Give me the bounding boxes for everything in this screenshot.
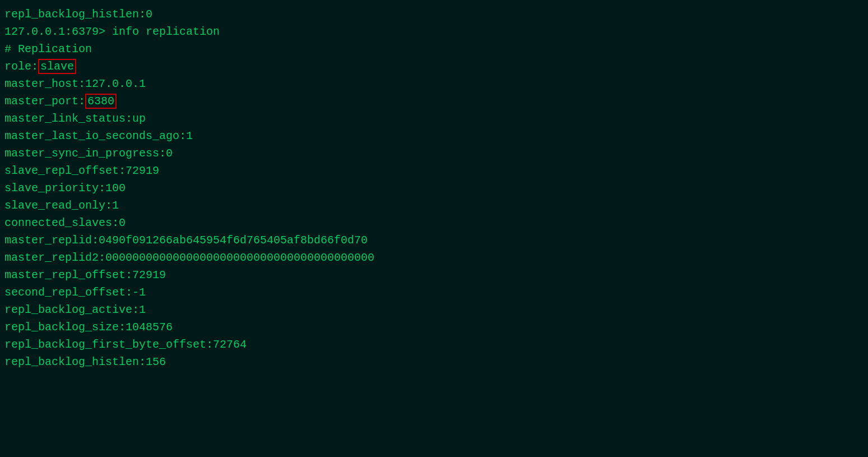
master-last-io-line: master_last_io_seconds_ago:1 xyxy=(4,127,864,145)
repl-backlog-size-line: repl_backlog_size:1048576 xyxy=(4,318,864,336)
master-replid2-line: master_replid2:0000000000000000000000000… xyxy=(4,249,864,266)
repl-backlog-active-line: repl_backlog_active:1 xyxy=(4,301,864,318)
second-repl-offset-line: second_repl_offset:-1 xyxy=(4,284,864,301)
master-port-value: 6380 xyxy=(85,94,117,109)
master-port-prefix: master_port: xyxy=(4,95,85,108)
master-host-line: master_host:127.0.0.1 xyxy=(4,75,864,93)
connected-slaves-line: connected_slaves:0 xyxy=(4,214,864,232)
prev-line: repl_backlog_histlen:0 xyxy=(4,6,864,23)
role-line: role:slave xyxy=(4,58,864,75)
slave-repl-offset-line: slave_repl_offset:72919 xyxy=(4,162,864,179)
master-port-line: master_port:6380 xyxy=(4,93,864,110)
slave-priority-line: slave_priority:100 xyxy=(4,179,864,197)
role-value: slave xyxy=(38,59,76,74)
terminal: repl_backlog_histlen:0 127.0.0.1:6379> i… xyxy=(4,6,864,371)
replication-header: # Replication xyxy=(4,40,864,58)
master-replid-line: master_replid:0490f091266ab645954f6d7654… xyxy=(4,232,864,249)
master-repl-offset-line: master_repl_offset:72919 xyxy=(4,266,864,284)
slave-read-only-line: slave_read_only:1 xyxy=(4,197,864,214)
repl-backlog-histlen-line: repl_backlog_histlen:156 xyxy=(4,353,864,371)
master-sync-line: master_sync_in_progress:0 xyxy=(4,145,864,162)
repl-backlog-first-byte-line: repl_backlog_first_byte_offset:72764 xyxy=(4,336,864,353)
role-prefix: role: xyxy=(4,60,38,73)
master-link-status-line: master_link_status:up xyxy=(4,110,864,127)
prompt-line: 127.0.0.1:6379> info replication xyxy=(4,23,864,40)
